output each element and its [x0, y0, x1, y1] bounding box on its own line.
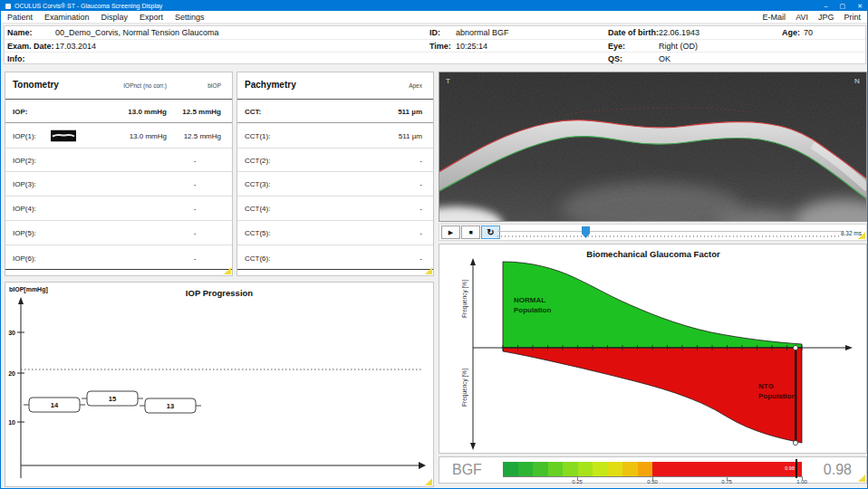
ytick-label: 30 [8, 330, 15, 336]
table-row: IOP(6): - [5, 245, 232, 270]
name-label: Name: [7, 28, 33, 37]
title-bar: OCULUS Corvis® ST - Glaucoma Screening D… [1, 1, 867, 11]
close-icon[interactable]: ✕ [857, 1, 863, 11]
table-bottom-line [237, 269, 433, 270]
cct-summary-label: CCT: [245, 107, 261, 115]
patient-row-3: Info: QS: OK [5, 52, 865, 64]
table-row: CCT(6): - [237, 245, 433, 270]
player-controls: ▶ ■ ↻ 8.32 ms [439, 224, 867, 241]
ntg-population-label-1: NTG [758, 382, 774, 390]
frame-slider-ticks [497, 235, 841, 237]
patient-info-panel: Name: 00_Demo_Corvis, Normal Tension Gla… [4, 25, 866, 64]
table-row: CCT(3): - [237, 172, 433, 197]
iop6-value: - [169, 254, 221, 262]
info-label: Info: [7, 54, 25, 63]
table-bottom-line [5, 269, 232, 270]
cct4-value: - [328, 205, 422, 213]
exam-date: 17.03.2014 [55, 42, 96, 51]
tonometry-title: Tonometry [13, 80, 59, 90]
patient-id: abnormal BGF [456, 28, 509, 37]
cornea-scan-svg: T N [439, 72, 866, 221]
play-button[interactable]: ▶ [441, 225, 460, 239]
pachymetry-col-header: Apex [328, 82, 422, 89]
ntg-population-label-2: Population [758, 392, 796, 400]
tonometry-col2-header: bIOP [169, 82, 221, 89]
iop2-label: IOP(2): [13, 156, 36, 164]
iop5-label: IOP(5): [13, 229, 36, 237]
temporal-marker-label: T [446, 77, 450, 85]
iop4-value: - [169, 205, 221, 213]
y-axis-arrow [18, 297, 24, 304]
y-axis-arrow-down [470, 443, 476, 450]
menu-patient[interactable]: Patient [7, 13, 33, 22]
menu-avi[interactable]: AVI [796, 13, 808, 22]
pachymetry-panel: Pachymetry Apex CCT: 511 µm CCT(1): 511 … [236, 72, 434, 276]
iop1-v2: 12.5 mmHg [169, 131, 221, 139]
time-label: Time: [429, 42, 451, 51]
iop-progression-panel: bIOP[mmHg] IOP Progression 30 20 10 14 [5, 282, 434, 487]
stop-button[interactable]: ■ [461, 225, 480, 239]
cct2-label: CCT(2): [245, 156, 270, 164]
bgf-value-marker [796, 459, 797, 478]
patient-row-2: Exam. Date: 17.03.2014 Time: 10:25:14 Ey… [5, 39, 865, 52]
menu-email[interactable]: E-Mail [763, 13, 786, 22]
bgf-value: 0.98 [824, 462, 852, 478]
tonometry-col1-header: IOPnct (no corr.) [83, 82, 167, 89]
bgf-label: BGF [452, 462, 482, 478]
cct-summary-row: CCT: 511 µm [237, 100, 433, 123]
exam-time: 10:25:14 [456, 42, 487, 51]
y-label-bottom: Frequency [%] [461, 369, 468, 407]
menu-display[interactable]: Display [101, 13, 129, 22]
table-row: CCT(4): - [237, 197, 433, 221]
cct6-value: - [328, 254, 422, 262]
ytick-label: 10 [8, 419, 15, 426]
eye-label: Eye: [608, 42, 625, 51]
resize-grip[interactable] [425, 267, 432, 274]
eye-value: Right (OD) [659, 42, 698, 51]
cct1-label: CCT(1): [245, 131, 270, 139]
pachymetry-title: Pachymetry [245, 80, 296, 90]
x-axis-arrow [845, 345, 853, 350]
normal-population-area [503, 262, 802, 348]
menu-print[interactable]: Print [844, 13, 861, 22]
menu-examination[interactable]: Examination [44, 13, 90, 22]
menu-settings[interactable]: Settings [175, 13, 205, 22]
table-row: IOP(4): - [5, 197, 232, 221]
age-label: Age: [782, 28, 800, 37]
exam-thumbnail-image[interactable] [51, 129, 76, 141]
dob-label: Date of birth: [608, 28, 659, 37]
cct2-value: - [328, 156, 422, 164]
bgf-tick-label: 0.75 [717, 479, 737, 484]
table-row: IOP(1): 13.0 mmHg 12.5 mmHg [5, 123, 232, 149]
table-row: IOP(3): - [5, 172, 232, 197]
menu-jpg[interactable]: JPG [818, 13, 834, 22]
y-label-top: Frequency [%] [461, 280, 468, 318]
app-icon [5, 4, 11, 9]
table-row: CCT(1): 511 µm [237, 123, 433, 149]
bgf-tick-label: 1.00 [792, 479, 812, 484]
cct-summary-value: 511 µm [328, 107, 422, 115]
iop-progression-svg: bIOP[mmHg] IOP Progression 30 20 10 14 [5, 283, 433, 486]
cct3-label: CCT(3): [245, 180, 270, 188]
marker-top-handle[interactable] [793, 345, 797, 350]
maximize-icon[interactable]: ▢ [840, 1, 846, 11]
iop2-value: - [169, 156, 221, 164]
resize-grip[interactable] [425, 478, 432, 485]
iop5-value: - [169, 229, 221, 237]
frame-slider-track[interactable] [497, 231, 841, 232]
minimize-icon[interactable]: – [825, 1, 828, 11]
menu-bar: Patient Examination Display Export Setti… [1, 11, 867, 24]
menu-export[interactable]: Export [140, 13, 163, 22]
tonometry-panel: Tonometry IOPnct (no corr.) bIOP IOP: 13… [5, 72, 233, 276]
resize-grip[interactable] [224, 267, 231, 274]
iop4-label: IOP(4): [13, 205, 36, 213]
cct3-value: - [328, 180, 422, 188]
value-label: 14 [51, 401, 59, 409]
resize-grip[interactable] [858, 475, 865, 482]
value-label: 15 [109, 395, 116, 403]
marker-bottom-handle[interactable] [793, 440, 797, 445]
iop3-value: - [169, 180, 221, 188]
resize-grip[interactable] [858, 232, 865, 239]
bgf-chart-svg: Biomechanical Glaucoma Factor Frequency … [439, 244, 866, 453]
bgf-tick-label: 0.50 [642, 479, 662, 484]
